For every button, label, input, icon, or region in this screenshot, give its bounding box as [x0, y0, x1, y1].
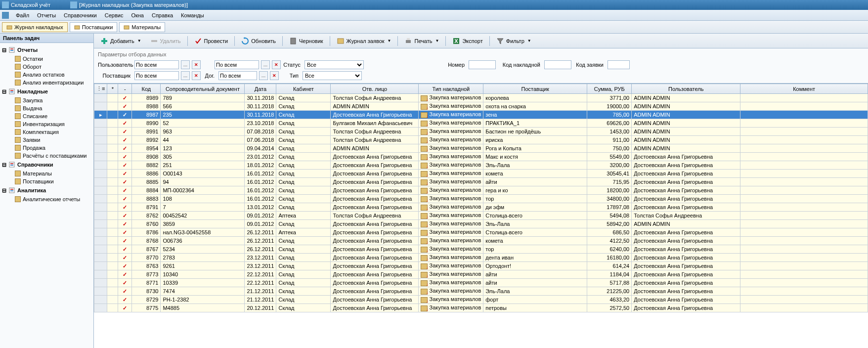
- filter-user-input[interactable]: [134, 60, 179, 69]
- filter-cabinet-browse[interactable]: …: [261, 60, 270, 69]
- filter-cabinet-clear[interactable]: ✕: [272, 60, 281, 69]
- table-row[interactable]: ✓895412309.04.2014СкладADMIN ADMINЗакупк…: [94, 144, 868, 153]
- filter-cabinet-input[interactable]: [215, 60, 259, 69]
- menu-файл[interactable]: Файл: [12, 11, 33, 19]
- filter-number-input[interactable]: [469, 60, 496, 69]
- inbox-icon: [421, 95, 428, 101]
- col-code[interactable]: Код: [132, 84, 161, 94]
- filter-contract-clear[interactable]: ✕: [270, 71, 279, 80]
- sidebar-item[interactable]: Заявки: [0, 136, 93, 144]
- table-row[interactable]: ✓8767523426.12.2011СкладДостоевская Анна…: [94, 245, 868, 254]
- table-row[interactable]: ✓888225118.01.2012СкладДостоевская Анна …: [94, 161, 868, 170]
- sidebar-item[interactable]: Материалы: [0, 170, 93, 177]
- filter-order-input[interactable]: [608, 60, 630, 69]
- table-row[interactable]: ✓8791713.01.2012СкладДостоевская Анна Гр…: [94, 203, 868, 212]
- col-type[interactable]: Тип накладной: [419, 84, 483, 94]
- table-row[interactable]: ✓8763926123.12.2011СкладДостоевская Анна…: [94, 262, 868, 270]
- sidebar-item[interactable]: Оборот: [0, 63, 93, 71]
- table-row[interactable]: ✓888310816.01.2012СкладДостоевская Анна …: [94, 195, 868, 203]
- filter-user-browse[interactable]: …: [181, 60, 190, 69]
- menu-сервис[interactable]: Сервис: [101, 11, 128, 19]
- col-check[interactable]: -: [118, 84, 132, 94]
- filter-button[interactable]: Фильтр ▼: [493, 35, 535, 47]
- print-button[interactable]: Печать ▼: [401, 35, 442, 47]
- col-person[interactable]: Отв. лицо: [331, 84, 419, 94]
- table-row[interactable]: ✓88859416.01.2012СкладДостоевская Анна Г…: [94, 178, 868, 186]
- menu-справка[interactable]: Справка: [148, 11, 177, 19]
- filter-supplier-browse[interactable]: …: [181, 71, 190, 80]
- filter-type-select[interactable]: Все: [303, 71, 362, 80]
- table-row[interactable]: ✓87731034022.12.2011СкладДостоевская Анн…: [94, 270, 868, 279]
- col-sum[interactable]: Сумма, РУБ: [587, 84, 632, 94]
- cell-doc: 251: [161, 161, 245, 170]
- col-user[interactable]: Пользователь: [632, 84, 740, 94]
- sidebar-item[interactable]: Аналитические отчеты: [0, 195, 93, 203]
- sidebar-group[interactable]: ⊟Отчеты: [0, 45, 93, 55]
- tab-item[interactable]: Журнал накладных: [2, 22, 68, 32]
- table-row[interactable]: ✓890830523.01.2012СкладДостоевская Анна …: [94, 153, 868, 161]
- menu-окна[interactable]: Окна: [127, 11, 148, 19]
- delete-button[interactable]: Удалить: [147, 35, 184, 47]
- col-date[interactable]: Дата: [245, 84, 276, 94]
- table-row[interactable]: ✓89924407.06.2018СкладТолстая Софья Андр…: [94, 136, 868, 144]
- refresh-button[interactable]: Обновить: [238, 35, 279, 47]
- sidebar-item[interactable]: Списание: [0, 112, 93, 120]
- col-supplier[interactable]: Поставщик: [483, 84, 587, 94]
- table-row[interactable]: ✓8775М488520.12.2011СкладДостоевская Анн…: [94, 304, 868, 312]
- sidebar-item[interactable]: Закупка: [0, 96, 93, 104]
- inbox-icon: [421, 213, 428, 219]
- table-row[interactable]: ✓89905223.10.2018СкладБулгаков Михаил Аф…: [94, 119, 868, 128]
- sidebar-item[interactable]: Выдача: [0, 104, 93, 112]
- table-row[interactable]: ✓8770278323.12.2011СкладДостоевская Анна…: [94, 254, 868, 262]
- add-button[interactable]: Добавить ▼: [97, 35, 145, 47]
- table-row[interactable]: ✓87711033922.12.2011СкладДостоевская Анн…: [94, 279, 868, 287]
- col-star[interactable]: *: [107, 84, 118, 94]
- table-row[interactable]: ✓8768О0673626.12.2011СкладДостоевская Ан…: [94, 237, 868, 245]
- sidebar-item[interactable]: Поставщики: [0, 177, 93, 185]
- export-button[interactable]: X Экспорт: [449, 35, 486, 47]
- sidebar-group[interactable]: ⊟Справочники: [0, 160, 93, 170]
- cell-date: 21.12.2011: [245, 296, 276, 304]
- table-row[interactable]: ✓8786нал.NG3-0045255826.12.2011АптекаДос…: [94, 228, 868, 237]
- sidebar-item[interactable]: Продажа: [0, 144, 93, 152]
- post-button[interactable]: Провести: [191, 35, 232, 47]
- menu-справочники[interactable]: Справочники: [60, 11, 101, 19]
- col-cabinet[interactable]: Кабинет: [276, 84, 331, 94]
- draft-button[interactable]: Черновик: [286, 35, 327, 47]
- col-rowhdr[interactable]: ⋮≡: [94, 84, 107, 94]
- filter-status-select[interactable]: Все: [304, 60, 364, 69]
- table-row[interactable]: ✓8884МП-000236416.01.2012СкладДостоевска…: [94, 186, 868, 195]
- table-row[interactable]: ✓898978930.11.2018СкладТолстая Софья Анд…: [94, 94, 868, 102]
- sidebar-item[interactable]: Остатки: [0, 55, 93, 63]
- filter-contract-browse[interactable]: …: [259, 71, 268, 80]
- filter-user-clear[interactable]: ✕: [192, 60, 201, 69]
- table-row[interactable]: ✓8886О0014316.01.2012СкладДостоевская Ан…: [94, 170, 868, 178]
- sidebar-group[interactable]: ⊟Накладные: [0, 87, 93, 96]
- sidebar-item[interactable]: Комплектация: [0, 128, 93, 136]
- filter-contract-input[interactable]: [218, 71, 257, 80]
- filter-supplier-input[interactable]: [134, 71, 179, 80]
- table-row[interactable]: ✓8760385909.01.2012СкладДостоевская Анна…: [94, 220, 868, 228]
- table-row[interactable]: ✓899196307.08.2018СкладТолстая Софья Анд…: [94, 128, 868, 136]
- sidebar-group[interactable]: ⊟Аналитика: [0, 185, 93, 195]
- table-row[interactable]: ✓8730747421.12.2011СкладДостоевская Анна…: [94, 287, 868, 296]
- orders-button[interactable]: Журнал заявок ▼: [333, 35, 395, 47]
- filter-code-input[interactable]: [544, 60, 571, 69]
- menu-отчеты[interactable]: Отчеты: [33, 11, 60, 19]
- filter-supplier-clear[interactable]: ✕: [192, 71, 201, 80]
- tab-item[interactable]: Поставщики: [70, 22, 118, 32]
- sidebar-item[interactable]: Расчёты с поставщиками: [0, 152, 93, 160]
- cell-doc: 305: [161, 153, 245, 161]
- col-doc[interactable]: Сопроводительный документ: [161, 84, 245, 94]
- table-row[interactable]: ✓87620045254209.01.2012АптекаТолстая Соф…: [94, 212, 868, 220]
- grid[interactable]: ⋮≡ * - Код Сопроводительный документ Дат…: [94, 84, 868, 348]
- col-comment[interactable]: Коммент: [740, 84, 868, 94]
- table-row[interactable]: ✓8729РН-1-238221.12.2011СкладДостоевская…: [94, 296, 868, 304]
- menu-команды[interactable]: Команды: [177, 11, 208, 19]
- sidebar-item[interactable]: Инвентаризация: [0, 120, 93, 128]
- sidebar-item[interactable]: Анализ остатков: [0, 71, 93, 79]
- tab-item[interactable]: Материалы: [119, 22, 165, 32]
- sidebar-item[interactable]: Анализ инвентаризации: [0, 79, 93, 87]
- table-row[interactable]: ✓898856630.11.2018СкладADMIN ADMINЗакупк…: [94, 102, 868, 111]
- table-row[interactable]: ▸✓898723530.11.2018СкладДостоевская Анна…: [94, 111, 868, 119]
